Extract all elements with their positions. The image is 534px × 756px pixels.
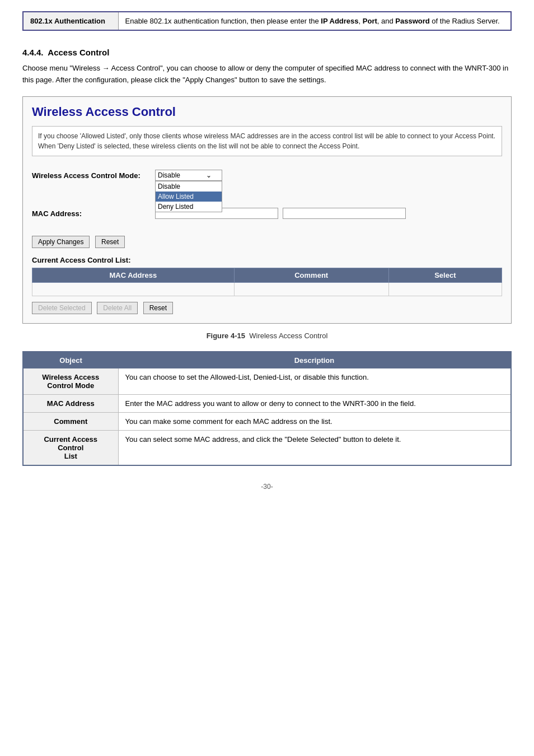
comment-input[interactable] [283, 208, 406, 219]
cacl-label: Current Access Control List: [32, 256, 502, 264]
top-table-label: 802.1x Authentication [23, 12, 118, 30]
page-number: -30- [22, 483, 512, 491]
desc-obj-3: Current Access ControlList [23, 430, 118, 465]
desc-row-0: Wireless AccessControl Mode You can choo… [23, 368, 511, 395]
dropdown-option-deny[interactable]: Deny Listed [156, 202, 222, 212]
reset-button[interactable]: Reset [95, 236, 125, 248]
dropdown-option-disable[interactable]: Disable [156, 181, 222, 192]
cacl-col-mac: MAC Address [32, 268, 235, 282]
wac-panel: Wireless Access Control If you choose 'A… [22, 96, 512, 324]
desc-obj-1: MAC Address [23, 394, 118, 412]
desc-desc-2: You can make some comment for each MAC a… [118, 412, 511, 430]
mode-dropdown-list[interactable]: Disable Allow Listed Deny Listed [155, 181, 222, 212]
wac-form: Wireless Access Control Mode: Disable ⌄ … [32, 165, 502, 229]
top-info-table: 802.1x Authentication Enable 802.1x auth… [22, 11, 512, 31]
mode-label: Wireless Access Control Mode: [32, 170, 155, 180]
delete-selected-button[interactable]: Delete Selected [32, 302, 92, 314]
mode-dropdown-selected[interactable]: Disable ⌄ [155, 170, 222, 181]
desc-row-2: Comment You can make some comment for ea… [23, 412, 511, 430]
desc-obj-0: Wireless AccessControl Mode [23, 368, 118, 395]
mode-form-row: Wireless Access Control Mode: Disable ⌄ … [32, 170, 502, 181]
mode-control: Disable ⌄ Disable Allow Listed Deny List… [155, 170, 502, 181]
mac-form-row: MAC Address: [32, 208, 502, 219]
mac-label: MAC Address: [32, 208, 155, 218]
cacl-table: MAC Address Comment Select [32, 268, 502, 296]
dropdown-option-allow[interactable]: Allow Listed [156, 192, 222, 202]
description-table: Object Description Wireless AccessContro… [22, 351, 512, 466]
delete-all-button[interactable]: Delete All [97, 302, 138, 314]
cacl-button-row: Delete Selected Delete All Reset [32, 302, 502, 314]
cacl-empty-row [32, 282, 502, 296]
wac-title: Wireless Access Control [32, 105, 502, 119]
desc-obj-2: Comment [23, 412, 118, 430]
cacl-col-select: Select [388, 268, 502, 282]
desc-desc-1: Enter the MAC address you want to allow … [118, 394, 511, 412]
intro-text: Choose menu "Wireless → Access Control",… [22, 63, 512, 86]
cacl-col-comment: Comment [234, 268, 388, 282]
desc-row-3: Current Access ControlList You can selec… [23, 430, 511, 465]
desc-desc-0: You can choose to set the Allowed-List, … [118, 368, 511, 395]
desc-header-description: Description [118, 352, 511, 368]
desc-row-1: MAC Address Enter the MAC address you wa… [23, 394, 511, 412]
apply-changes-button[interactable]: Apply Changes [32, 236, 90, 248]
top-table-description: Enable 802.1x authentication function, t… [118, 12, 511, 30]
wac-info-text: If you choose 'Allowed Listed', only tho… [32, 126, 502, 156]
chevron-down-icon: ⌄ [206, 171, 212, 179]
figure-caption: Figure 4-15 Wireless Access Control [22, 332, 512, 340]
section-heading: 4.4.4. Access Control [22, 48, 512, 57]
form-button-row: Apply Changes Reset [32, 236, 502, 248]
desc-desc-3: You can select some MAC address, and cli… [118, 430, 511, 465]
cacl-reset-button[interactable]: Reset [143, 302, 173, 314]
mode-dropdown-wrapper[interactable]: Disable ⌄ Disable Allow Listed Deny List… [155, 170, 222, 181]
desc-header-object: Object [23, 352, 118, 368]
